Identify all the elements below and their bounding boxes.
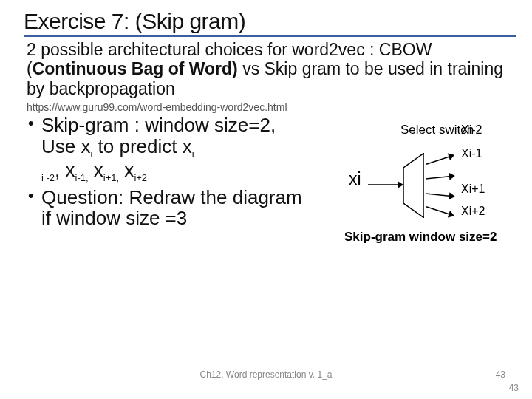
xi-label: xi — [349, 169, 361, 189]
intro-bold: Continuous Bag of Word) — [33, 59, 238, 78]
svg-marker-8 — [449, 193, 455, 201]
out-label-4: Xi+2 — [461, 205, 485, 218]
arrow-out-4 — [425, 202, 456, 221]
tail-b: x — [89, 159, 103, 181]
sub-im2: i -2 — [41, 173, 55, 184]
svg-line-5 — [426, 177, 449, 179]
bullet-question: Question: Redraw the diagram if window s… — [28, 187, 315, 229]
arrow-out-2 — [425, 171, 455, 184]
svg-line-9 — [426, 207, 449, 214]
svg-marker-6 — [449, 172, 455, 180]
out-label-2: Xi-1 — [461, 147, 482, 160]
page-number-b: 43 — [509, 383, 519, 393]
arrow-out-1 — [425, 150, 456, 169]
body-row: Skip-gram : window size=2, Use xi to pre… — [27, 115, 516, 259]
bullet-skipgram: Skip-gram : window size=2, Use xi to pre… — [28, 115, 315, 184]
intro-paragraph: 2 possible architectural choices for wor… — [27, 40, 516, 98]
footer-text: Ch12. Word representation v. 1_a — [0, 369, 532, 380]
page-number-a: 43 — [496, 369, 505, 380]
demux-shape — [403, 153, 424, 218]
right-column: Select switch xi Xi-2 Xi-1 Xi+1 Xi+2 Ski… — [315, 115, 507, 259]
b1-b: to predict x — [92, 135, 191, 157]
svg-line-7 — [426, 194, 449, 196]
reference-link[interactable]: https://www.guru99.com/word-embedding-wo… — [27, 101, 287, 113]
tail-c: x — [119, 159, 134, 181]
tail-a: , x — [55, 159, 75, 181]
svg-marker-10 — [448, 211, 456, 219]
slide: Exercise 7: (Skip gram) 2 possible archi… — [0, 0, 532, 399]
svg-marker-4 — [448, 151, 456, 160]
out-label-3: Xi+1 — [461, 183, 485, 196]
svg-marker-2 — [398, 181, 403, 188]
sub-ip2: i+2 — [134, 173, 147, 184]
diagram-caption: Skip-gram window size=2 — [344, 230, 497, 245]
left-column: Skip-gram : window size=2, Use xi to pre… — [27, 115, 315, 232]
skipgram-diagram: Select switch xi Xi-2 Xi-1 Xi+1 Xi+2 Ski… — [315, 119, 499, 259]
slide-title: Exercise 7: (Skip gram) — [24, 9, 516, 37]
svg-marker-0 — [403, 153, 424, 218]
arrow-input — [368, 180, 403, 190]
arrow-out-3 — [425, 188, 455, 202]
sub-i2: i — [192, 149, 194, 160]
out-label-1: Xi-2 — [461, 123, 482, 137]
sub-ip1: i+1, — [103, 173, 119, 184]
sub-im1: i-1, — [75, 173, 89, 184]
svg-line-3 — [426, 157, 449, 165]
